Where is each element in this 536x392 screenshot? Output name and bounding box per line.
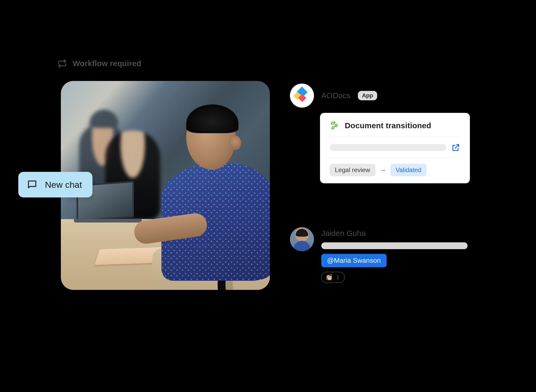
app-badge: App [358, 91, 377, 100]
message-line-placeholder [321, 242, 468, 249]
document-name-placeholder [330, 144, 446, 151]
reaction-chip[interactable]: 👏🏼 1 [321, 272, 345, 283]
transition-icon [330, 121, 339, 130]
avatar [290, 227, 314, 251]
open-external-icon[interactable] [451, 143, 460, 152]
chat-icon [27, 179, 38, 190]
state-from-chip: Legal review [330, 164, 375, 176]
reaction-count: 1 [336, 274, 339, 281]
card-title: Document transitioned [345, 121, 431, 130]
state-transition-row: Legal review → Validated [330, 158, 460, 176]
aodocs-header: AODocs App [290, 84, 377, 108]
arrow-right-icon: → [380, 166, 386, 174]
message-author: Jaiden Guha [321, 229, 478, 238]
aodocs-logo-icon [296, 89, 308, 102]
repeat-icon [57, 59, 67, 68]
document-transitioned-card: Document transitioned Legal review → Val… [320, 113, 470, 183]
workflow-header: Workflow required [57, 59, 141, 68]
clap-emoji-icon: 👏🏼 [325, 274, 333, 280]
card-title-row: Document transitioned [330, 121, 460, 137]
workflow-label: Workflow required [73, 59, 141, 68]
state-to-chip: Validated [391, 164, 427, 176]
chat-message: Jaiden Guha @Maria Swanson 👏🏼 1 [290, 227, 478, 283]
main-figure [147, 104, 270, 287]
new-chat-label: New chat [45, 180, 82, 190]
aodocs-name: AODocs [321, 91, 351, 100]
card-document-row [330, 137, 460, 158]
aodocs-avatar [290, 84, 314, 108]
mention-chip[interactable]: @Maria Swanson [321, 254, 387, 267]
message-body: Jaiden Guha @Maria Swanson 👏🏼 1 [321, 227, 478, 283]
new-chat-button[interactable]: New chat [18, 172, 92, 197]
